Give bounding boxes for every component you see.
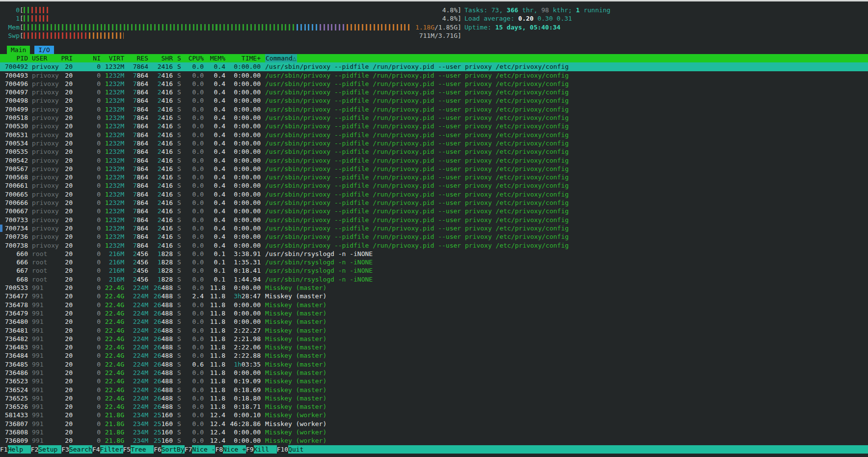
cell-virt: 1232M — [103, 207, 124, 215]
text-segment: 0 — [97, 420, 101, 428]
fkey-f8-nice[interactable]: F8Nice + — [215, 445, 246, 454]
text-segment: 0.0 — [192, 63, 204, 70]
process-row-700534[interactable]: 700534privoxy2001232M78642416S0.00.40:00… — [0, 139, 868, 147]
process-row-736484[interactable]: 73648499120022.4G224M26488S0.011.82:22.8… — [0, 351, 868, 360]
process-row-700492[interactable]: 700492privoxy2001232M78642416S0.00.40:00… — [0, 62, 868, 71]
tab-io[interactable]: I/O — [34, 46, 54, 54]
cell-virt: 22.4G — [103, 284, 124, 292]
fkey-f7-nice[interactable]: F7Nice - — [185, 445, 216, 454]
process-row-736807[interactable]: 73680799120021.8G234M25160S0.012.446:28.… — [0, 420, 868, 428]
process-row-700568[interactable]: 700568privoxy2001232M78642416S0.00.40:00… — [0, 173, 868, 181]
process-row-736809[interactable]: 73680999120021.8G234M25160S0.012.40:00.0… — [0, 436, 868, 445]
process-row-667[interactable]: 667root200216M24561828S0.00.10:18.41/usr… — [0, 266, 868, 275]
process-row-736525[interactable]: 73652599120022.4G224M26488S0.011.80:18.8… — [0, 394, 868, 402]
fkey-f9-kill[interactable]: F9Kill — [246, 445, 277, 454]
process-row-700738[interactable]: 700738privoxy2001232M78642416S0.00.40:00… — [0, 241, 868, 250]
process-row-700530[interactable]: 700530privoxy2001232M78642416S0.00.40:00… — [0, 122, 868, 130]
text-segment: /usr/sbin/privoxy --pidfile /run/privoxy… — [265, 199, 569, 206]
text-segment: 7 — [133, 148, 137, 155]
process-row-700661[interactable]: 700661privoxy2001232M78642416S0.00.40:00… — [0, 181, 868, 190]
text-segment: 736526 — [5, 403, 28, 410]
col-header-nice[interactable]: NI — [78, 54, 101, 62]
process-row-736485[interactable]: 73648599120022.4G224M26488S0.611.81h03:3… — [0, 360, 868, 369]
text-segment: 224M — [133, 343, 148, 351]
fkey-f3-search[interactable]: F3Search — [61, 445, 92, 454]
text-segment: 20 — [65, 310, 73, 317]
process-row-736477[interactable]: 73647799120022.4G224M26488S2.411.83h28:4… — [0, 292, 868, 300]
process-row-668[interactable]: 668root200216M24561828S0.00.11:44.94/usr… — [0, 275, 868, 284]
process-row-700533[interactable]: 70053399120022.4G224M26488S0.011.80:00.0… — [0, 284, 868, 292]
tab-main[interactable]: Main — [7, 46, 30, 54]
process-row-700667[interactable]: 700667privoxy2001232M78642416S0.00.40:00… — [0, 207, 868, 215]
process-row-700498[interactable]: 700498privoxy2001232M78642416S0.00.40:00… — [0, 96, 868, 105]
process-row-700493[interactable]: 700493privoxy2001232M78642416S0.00.40:00… — [0, 71, 868, 80]
process-row-700733[interactable]: 700733privoxy2001232M78642416S0.00.40:00… — [0, 216, 868, 224]
text-segment: 7 — [133, 80, 137, 87]
text-segment: 1 — [105, 131, 109, 139]
cell-command: Misskey (master) — [265, 301, 868, 309]
process-row-700666[interactable]: 700666privoxy2001232M78642416S0.00.40:00… — [0, 199, 868, 207]
cell-shr: 26488 — [151, 343, 173, 351]
text-segment: 20 — [65, 148, 73, 155]
text-segment: 0.0 — [192, 377, 204, 385]
process-row-700499[interactable]: 700499privoxy2001232M78642416S0.00.40:00… — [0, 105, 868, 114]
text-segment: 416 — [162, 199, 173, 206]
text-segment: 0.1 — [214, 250, 225, 257]
text-segment: 660 — [17, 250, 28, 257]
cell-mem-percent: 0.4 — [205, 165, 225, 173]
process-row-660[interactable]: 660root200216M24561828S0.00.13:38.91/usr… — [0, 250, 868, 258]
col-header-command[interactable]: Command△ — [265, 54, 297, 62]
process-row-736523[interactable]: 73652399120022.4G224M26488S0.011.80:19.0… — [0, 377, 868, 385]
text-segment: 0.0 — [192, 131, 204, 139]
fkey-f1-help[interactable]: F1Help — [0, 445, 31, 454]
process-row-700496[interactable]: 700496privoxy2001232M78642416S0.00.40:00… — [0, 80, 868, 88]
col-header-cpu-percent[interactable]: CPU% — [183, 54, 204, 62]
fkey-f2-setup[interactable]: F2Setup — [31, 445, 62, 454]
col-header-shr[interactable]: SHR — [151, 54, 173, 62]
col-header-time[interactable]: TIME+ — [228, 54, 261, 62]
fkey-f10-quit[interactable]: F10Quit — [277, 445, 868, 454]
process-row-736808[interactable]: 73680899120021.8G234M25160S0.012.40:00.0… — [0, 428, 868, 436]
col-header-state[interactable]: S — [177, 54, 183, 62]
process-row-700542[interactable]: 700542privoxy2001232M78642416S0.00.40:00… — [0, 156, 868, 165]
text-segment: Misskey (master) — [265, 386, 326, 394]
cell-command: Misskey (master) — [265, 284, 868, 292]
process-row-700734[interactable]: 700734privoxy2001232M78642416S0.00.40:00… — [0, 224, 868, 232]
process-row-666[interactable]: 666root200216M24561828S0.00.11:35.31/usr… — [0, 258, 868, 266]
process-row-736482[interactable]: 73648299120022.4G224M26488S0.011.82:21.9… — [0, 335, 868, 343]
process-row-736486[interactable]: 73648699120022.4G224M26488S0.011.80:00.0… — [0, 369, 868, 377]
col-header-priority[interactable]: PRI — [52, 54, 73, 62]
process-row-700535[interactable]: 700535privoxy2001232M78642416S0.00.40:00… — [0, 147, 868, 156]
process-row-581433[interactable]: 58143399120021.8G234M25160S0.012.40:00.1… — [0, 411, 868, 419]
process-row-700567[interactable]: 700567privoxy2001232M78642416S0.00.40:00… — [0, 165, 868, 173]
col-header-virt[interactable]: VIRT — [103, 54, 124, 62]
process-row-700497[interactable]: 700497privoxy2001232M78642416S0.00.40:00… — [0, 88, 868, 96]
cell-time: 2:22.88 — [228, 351, 261, 360]
text-segment: S — [177, 173, 181, 181]
cell-command: Misskey (master) — [265, 317, 868, 326]
process-row-736481[interactable]: 73648199120022.4G224M26488S0.011.82:22.2… — [0, 326, 868, 335]
cell-shr: 25160 — [151, 420, 173, 428]
fkey-f4-filter[interactable]: F4Filter — [92, 445, 123, 454]
process-row-736478[interactable]: 73647899120022.4G224M26488S0.011.80:00.0… — [0, 301, 868, 309]
process-row-700518[interactable]: 700518privoxy2001232M78642416S0.00.40:00… — [0, 114, 868, 122]
col-header-pid[interactable]: PID — [0, 54, 28, 62]
process-row-700736[interactable]: 700736privoxy2001232M78642416S0.00.40:00… — [0, 232, 868, 241]
process-row-736524[interactable]: 73652499120022.4G224M26488S0.011.80:18.6… — [0, 386, 868, 394]
cell-shr: 26488 — [151, 301, 173, 309]
text-segment: 416 — [162, 72, 173, 79]
col-header-mem-percent[interactable]: MEM% — [205, 54, 225, 62]
text-segment: 416 — [162, 242, 173, 249]
process-row-736526[interactable]: 73652699120022.4G224M26488S0.011.80:18.7… — [0, 402, 868, 411]
fkey-f6-sortby[interactable]: F6SortBy — [154, 445, 185, 454]
process-row-736480[interactable]: 73648099120022.4G224M26488S0.011.80:00.0… — [0, 317, 868, 326]
process-row-700665[interactable]: 700665privoxy2001232M78642416S0.00.40:00… — [0, 190, 868, 199]
process-row-736483[interactable]: 73648399120022.4G224M26488S0.011.82:22.0… — [0, 343, 868, 351]
col-header-res[interactable]: RES — [127, 54, 148, 62]
meter-open-bracket: [ — [20, 23, 24, 31]
process-row-736479[interactable]: 73647999120022.4G224M26488S0.011.80:00.0… — [0, 309, 868, 317]
fkey-f5-tree[interactable]: F5Tree — [123, 445, 154, 454]
cell-priority: 20 — [52, 420, 73, 428]
text-segment: 0.0 — [192, 369, 204, 376]
process-row-700531[interactable]: 700531privoxy2001232M78642416S0.00.40:00… — [0, 131, 868, 139]
